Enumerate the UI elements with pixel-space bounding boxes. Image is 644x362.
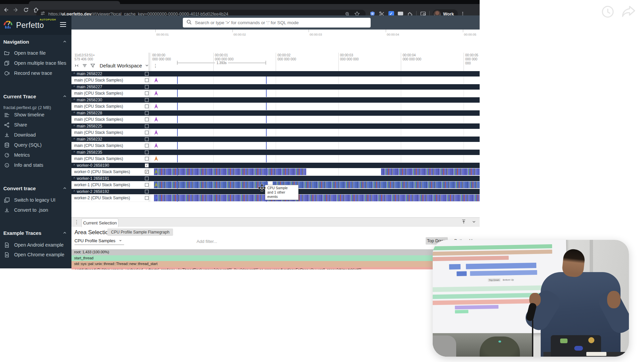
track-checkbox[interactable] [145,190,149,194]
area-selection-line[interactable] [266,129,267,136]
track-checkbox[interactable] [145,183,149,187]
sample-marker-icon[interactable] [154,130,158,137]
track-checkbox[interactable] [145,144,149,148]
track-canvas[interactable] [149,90,480,97]
track-row[interactable]: main (CPU Stack Samples) [71,155,480,163]
sidebar-section-title[interactable]: Convert trace [3,186,67,191]
collapse-caret-icon[interactable]: ^ [73,190,75,194]
track-group-header[interactable]: ^main 2658227 [71,84,480,90]
track-group-header[interactable]: ^main 2658230 [71,97,480,103]
track-group-header[interactable]: ^main 2658222 [71,71,480,76]
track-checkbox[interactable] [145,151,149,154]
collapse-panel-icon[interactable] [461,219,466,225]
sample-marker-icon[interactable] [154,77,158,84]
area-selection-line[interactable] [266,116,267,123]
track-row[interactable]: main (CPU Stack Samples) [71,76,480,84]
area-selection-line[interactable] [266,90,267,97]
track-checkbox[interactable] [145,72,149,76]
track-checkbox[interactable] [145,124,149,128]
sidebar-item-share[interactable]: Share [0,120,71,130]
sidebar-item-open-chrome-example[interactable]: Open Chrome example [0,250,71,259]
area-selection-line[interactable] [177,76,178,84]
sidebar-item-record-new-trace[interactable]: Record new trace [0,68,71,78]
track-group-header[interactable]: ^main 2658232 [71,137,480,142]
collapse-caret-icon[interactable]: ^ [73,151,75,154]
track-canvas[interactable] [149,194,480,202]
track-canvas[interactable] [149,103,480,110]
filter-tracks-icon[interactable] [90,63,96,68]
track-group-header[interactable]: ^main 2658228 [71,110,480,116]
sort-tracks-icon[interactable] [82,63,88,68]
sample-marker-icon[interactable] [154,143,158,150]
collapse-caret-icon[interactable]: ^ [73,177,75,180]
sample-marker-icon[interactable] [154,169,158,176]
area-selection-line[interactable] [266,155,267,162]
track-group-header[interactable]: ^main 2658225 [71,123,480,129]
track-canvas[interactable] [149,76,480,84]
collapse-caret-icon[interactable]: ^ [73,138,75,141]
collapse-caret-icon[interactable]: ^ [73,85,75,89]
collapse-caret-icon[interactable]: ^ [73,98,75,102]
cpu-samples-band[interactable] [154,195,480,201]
track-canvas[interactable] [149,116,480,123]
track-checkbox[interactable]: ✓ [145,170,149,174]
sample-marker-icon[interactable] [154,91,158,97]
chevron-up-icon[interactable] [62,39,67,45]
sample-marker-icon[interactable] [154,156,158,163]
forward-icon[interactable] [11,5,20,14]
flamegraph-row[interactable]: std::sys::pal::unix::thread::Thread::new… [71,261,480,267]
collapse-caret-icon[interactable]: ^ [73,124,75,128]
area-selection-line[interactable] [177,142,178,149]
panel-chevron-down-icon[interactable] [472,219,476,225]
area-selection-line[interactable] [177,90,178,97]
track-checkbox[interactable] [145,92,149,95]
area-selection-line[interactable] [266,142,267,149]
area-selection-line[interactable] [177,129,178,136]
time-ruler[interactable]: 1.393s 00:00:00000 000 00000:00:01000 00… [149,53,480,71]
sidebar-item-info-and-stats[interactable]: Info and stats [0,160,71,170]
sidebar-item-show-timeline[interactable]: Show timeline [0,110,71,119]
track-checkbox[interactable] [145,196,149,200]
track-checkbox[interactable] [145,98,149,102]
track-checkbox[interactable] [145,79,149,82]
flamegraph-row[interactable]: root: 1,433 (100.00%) [71,249,480,255]
reload-icon[interactable] [21,5,30,14]
cpu-samples-band[interactable] [381,168,480,175]
area-selection-line[interactable] [177,155,178,162]
sidebar-item-open-android-example[interactable]: Open Android example [0,240,71,250]
sidebar-section-title[interactable]: Example Traces [3,230,67,236]
track-group-header[interactable]: ^worker-1 2658191 [71,176,480,181]
track-canvas[interactable] [149,142,480,149]
chevron-up-icon[interactable] [62,230,67,236]
track-row[interactable]: main (CPU Stack Samples) [71,103,480,110]
cpu-samples-band[interactable] [154,182,268,188]
flamegraph-row[interactable]: <<std::thread::Builder>::spawn_unchecked… [71,267,480,269]
track-group-header[interactable]: ^worker-0 2658190✓ [71,163,480,168]
track-row[interactable]: main (CPU Stack Samples) [71,142,480,150]
track-row[interactable]: main (CPU Stack Samples) [71,116,480,123]
area-selection-line[interactable] [266,103,267,110]
tab-current-selection[interactable]: Current Selection [82,218,118,227]
sidebar-item-download[interactable]: Download [0,130,71,140]
collapse-caret-icon[interactable]: ^ [73,111,75,115]
metric-selector[interactable]: CPU Profile Samples [74,238,124,245]
collapse-tracks-icon[interactable] [74,63,79,68]
cpu-samples-band[interactable] [273,182,480,188]
track-checkbox[interactable] [145,118,149,121]
sidebar-item-query-sql-[interactable]: Query (SQL) [0,140,71,150]
track-canvas[interactable] [149,181,480,189]
sidebar-item-open-multiple-trace-files[interactable]: Open multiple trace files [0,58,71,68]
track-row[interactable]: worker-0 (CPU Stack Samples)✓ [71,168,480,176]
track-row[interactable]: main (CPU Stack Samples) [71,90,480,97]
track-row[interactable]: main (CPU Stack Samples) [71,129,480,137]
sidebar-item-open-trace-file[interactable]: Open trace file [0,48,71,58]
workspace-selector[interactable]: Default Workspace [100,63,142,68]
area-selection-line[interactable] [177,168,178,175]
track-checkbox[interactable] [145,131,149,135]
sidebar-section-title[interactable]: Navigation [3,39,67,45]
chevron-up-icon[interactable] [62,186,67,192]
track-checkbox[interactable] [145,111,149,115]
panel-drag-handle-icon[interactable]: ⋮ [74,219,79,225]
back-icon[interactable] [1,5,10,14]
area-selection-line[interactable] [266,76,267,84]
